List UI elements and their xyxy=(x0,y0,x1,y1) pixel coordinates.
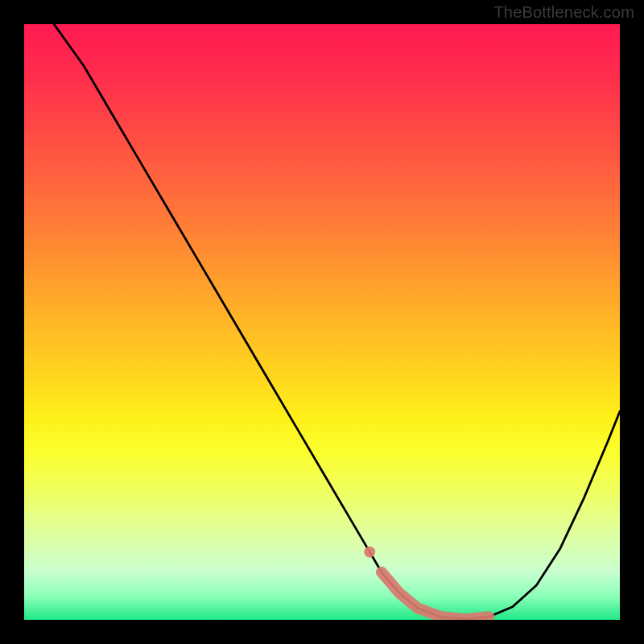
optimal-marker-dot xyxy=(364,547,375,558)
optimal-zone-marker xyxy=(382,572,489,619)
bottleneck-curve-line xyxy=(54,24,620,619)
plot-area xyxy=(24,24,620,620)
chart-container: TheBottleneck.com xyxy=(0,0,644,644)
watermark-text: TheBottleneck.com xyxy=(493,3,634,22)
curve-layer xyxy=(24,24,620,620)
